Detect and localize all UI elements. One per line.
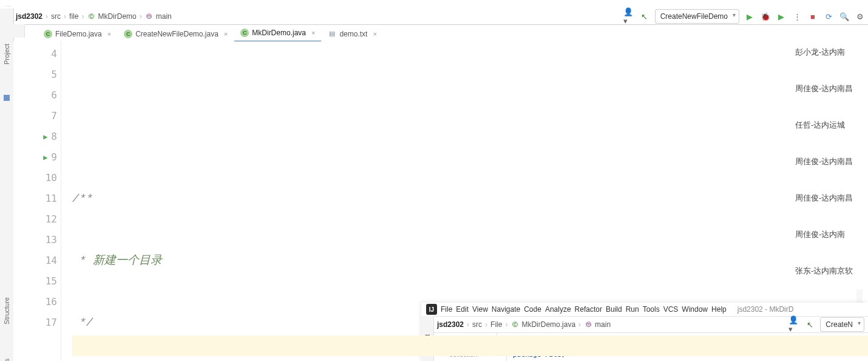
project-icon bbox=[4, 95, 10, 101]
tab-demo-txt[interactable]: ▤demo.txt× bbox=[322, 26, 383, 42]
update-button[interactable]: ⟳ bbox=[823, 11, 834, 22]
close-icon[interactable]: × bbox=[311, 29, 315, 36]
tab-mkdirdemo[interactable]: CMkDirDemo.java× bbox=[234, 24, 322, 43]
list-item[interactable]: 周佳俊-达内南昌 bbox=[795, 70, 868, 107]
editor-tabs: CFileDemo.java× CCreateNewFileDemo.java×… bbox=[13, 25, 868, 43]
main-menubar-partial: … bbox=[0, 0, 868, 9]
settings-icon[interactable]: ⚙ bbox=[855, 11, 866, 22]
breadcrumbs[interactable]: jsd2302› src› file› ⒸMkDirDemo› ⓜmain bbox=[16, 12, 172, 21]
chevron-icon: › bbox=[140, 12, 142, 21]
close-icon[interactable]: × bbox=[107, 30, 111, 38]
chevron-icon: › bbox=[81, 12, 84, 21]
run-configuration-combo[interactable]: CreateNewFileDemo bbox=[655, 9, 739, 24]
bc-method[interactable]: main bbox=[156, 12, 172, 21]
list-item[interactable]: 彭小龙-达内南 bbox=[795, 34, 868, 70]
coverage-button[interactable]: ▶ bbox=[776, 11, 787, 22]
list-item[interactable]: 任哲-达内运城 bbox=[795, 107, 868, 143]
tab-filedemo[interactable]: CFileDemo.java× bbox=[38, 26, 118, 42]
run-gutter-icon[interactable]: ▶ bbox=[43, 147, 47, 168]
user-add-icon[interactable]: 👤▾ bbox=[623, 11, 634, 22]
bc-src[interactable]: src bbox=[51, 12, 61, 21]
run-gutter-icon[interactable]: ▶ bbox=[43, 126, 47, 147]
close-icon[interactable]: × bbox=[373, 30, 376, 38]
debug-button[interactable]: 🐞 bbox=[760, 11, 771, 22]
close-icon[interactable]: × bbox=[224, 30, 228, 38]
code-area[interactable]: /** * 新建一个目录 */ public class MkDirDemo {… bbox=[61, 41, 868, 361]
tab-createnewfiledemo[interactable]: CCreateNewFileDemo.java× bbox=[118, 26, 234, 42]
chevron-icon: › bbox=[46, 12, 48, 21]
list-item[interactable]: 周佳俊-达内南昌 bbox=[795, 143, 868, 180]
class-icon: C bbox=[44, 30, 52, 38]
stop-button[interactable]: ■ bbox=[807, 11, 818, 22]
list-item[interactable]: 周佳俊-达内南 bbox=[795, 216, 868, 253]
class-icon: C bbox=[240, 29, 249, 37]
favorites-tool-button[interactable]: vorites bbox=[3, 354, 10, 361]
class-icon: C bbox=[124, 30, 132, 38]
run-button[interactable]: ▶ bbox=[744, 11, 755, 22]
navigation-bar: jsd2302› src› file› ⒸMkDirDemo› ⓜmain 👤▾… bbox=[13, 9, 868, 25]
bc-package[interactable]: file bbox=[69, 12, 78, 21]
structure-tool-button[interactable]: Structure bbox=[3, 292, 10, 329]
text-file-icon: ▤ bbox=[328, 30, 336, 38]
toolbar-right: 👤▾ ↖ CreateNewFileDemo ▶ 🐞 ▶ ⋮ ■ ⟳ 🔍 ⚙ bbox=[623, 9, 866, 24]
profile-button[interactable]: ⋮ bbox=[792, 11, 802, 22]
search-everywhere-icon[interactable]: 🔍 bbox=[839, 11, 850, 22]
editor[interactable]: 4 5 6 7 ▶8 ▶9 10 11 12 13 14 15 16 17 /*… bbox=[13, 41, 868, 361]
chevron-icon: › bbox=[64, 12, 66, 21]
bc-class[interactable]: MkDirDemo bbox=[98, 12, 136, 21]
gutter: 4 5 6 7 ▶8 ▶9 10 11 12 13 14 15 16 17 bbox=[13, 41, 61, 361]
method-icon: ⓜ bbox=[145, 12, 154, 21]
bc-project[interactable]: jsd2302 bbox=[16, 12, 42, 21]
back-arrow-icon[interactable]: ↖ bbox=[639, 11, 650, 22]
class-icon: Ⓒ bbox=[87, 12, 95, 21]
project-tool-button[interactable]: Project bbox=[3, 39, 10, 69]
left-tool-strip: Project Structure vorites bbox=[0, 9, 14, 361]
